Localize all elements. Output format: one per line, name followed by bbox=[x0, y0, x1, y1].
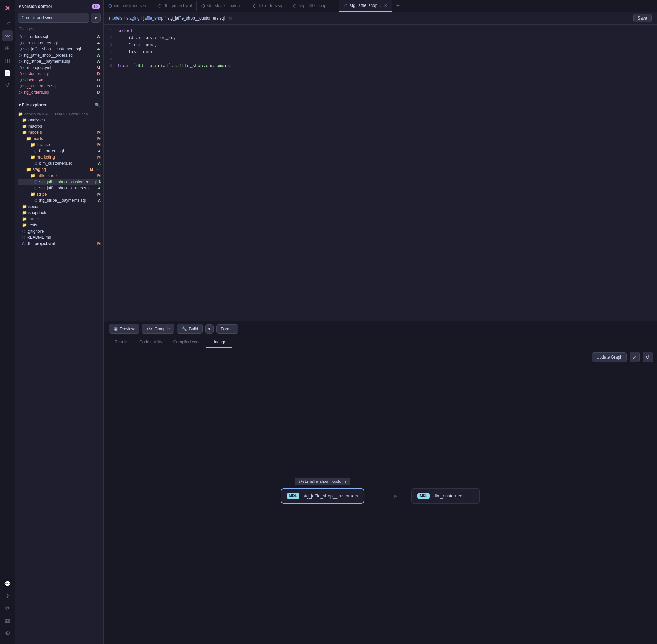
tab-dim-customers[interactable]: ⬡ dim_customers.sql bbox=[104, 1, 153, 11]
folder-icon: 📁 bbox=[26, 136, 31, 141]
tree-item-marts[interactable]: 📁 marts M bbox=[18, 136, 101, 142]
breadcrumb-staging[interactable]: staging bbox=[126, 16, 140, 21]
format-button[interactable]: Format bbox=[216, 324, 238, 334]
tab-fct-orders[interactable]: ⬡ fct_orders.sql bbox=[248, 1, 288, 11]
docs-icon[interactable]: 📄 bbox=[2, 67, 13, 78]
code-icon[interactable]: </> bbox=[2, 30, 13, 41]
tab-compiled-code[interactable]: Compiled code bbox=[168, 337, 206, 348]
line-number: 2 bbox=[104, 35, 117, 42]
tab-stg-jaffle-1[interactable]: ⬡ stg_jaffle_shop__... bbox=[288, 1, 339, 11]
tree-item-finance[interactable]: 📁 finance M bbox=[18, 142, 101, 148]
filename: dim_customers.sql bbox=[23, 40, 96, 45]
refresh-graph-button[interactable]: ↺ bbox=[643, 352, 653, 362]
tab-code-quality[interactable]: Code quality bbox=[134, 337, 168, 348]
breadcrumb-models[interactable]: models bbox=[109, 16, 123, 21]
change-item-stg-orders[interactable]: ⬡ stg_orders.sql D bbox=[18, 89, 101, 95]
changes-label: Changes bbox=[18, 25, 101, 32]
change-item-customers[interactable]: ⬡ customers.sql D bbox=[18, 71, 101, 77]
code-view[interactable]: 1 select 2 id as customer_id, 3 first_na… bbox=[104, 25, 657, 321]
file-icon: ⬡ bbox=[34, 180, 38, 184]
tree-item-stripe[interactable]: 📁 stripe M bbox=[18, 191, 101, 197]
change-item-schema[interactable]: ⬡ schema.yml D bbox=[18, 77, 101, 83]
tree-item-tests[interactable]: 📁 tests bbox=[18, 222, 101, 228]
search-icon[interactable]: 🔍 bbox=[95, 103, 100, 107]
logo-icon[interactable]: ✕ bbox=[2, 3, 13, 14]
table-icon[interactable]: ▦ bbox=[2, 615, 13, 626]
breadcrumb-jaffle-shop[interactable]: jaffle_shop bbox=[143, 16, 163, 21]
tree-item-label: macros bbox=[28, 124, 101, 129]
update-graph-button[interactable]: Update Graph bbox=[592, 352, 627, 362]
tab-file-icon: ⬡ bbox=[253, 4, 256, 8]
breadcrumb-settings-icon[interactable]: ⚙ bbox=[229, 16, 233, 21]
tab-close-button[interactable]: × bbox=[384, 3, 387, 8]
version-control-header[interactable]: ▾ Version control 10 bbox=[18, 3, 101, 10]
change-status: D bbox=[97, 72, 100, 76]
build-button[interactable]: 🔧 Build bbox=[177, 324, 203, 334]
tree-item-snapshots[interactable]: 📁 snapshots bbox=[18, 210, 101, 216]
tree-item-jaffle-shop[interactable]: 📁 jaffle_shop M bbox=[18, 173, 101, 179]
tab-stg-stripe[interactable]: ⬡ stg_stripe__paym... bbox=[197, 1, 248, 11]
chat-icon[interactable]: 💬 bbox=[2, 578, 13, 589]
tree-item-marketing[interactable]: 📁 marketing M bbox=[18, 154, 101, 160]
tree-item-stg-jaffle-customers[interactable]: ⬡ stg_jaffle_shop__customers.sql A bbox=[18, 179, 101, 185]
commit-dropdown-button[interactable]: ▾ bbox=[91, 13, 101, 23]
expand-icon-button[interactable]: ⤢ bbox=[630, 352, 640, 362]
tree-item-analyses[interactable]: 📁 analyses bbox=[18, 117, 101, 123]
tree-item-macros[interactable]: 📁 macros bbox=[18, 123, 101, 129]
tree-item-dbt-project-yml[interactable]: ⬡ dbt_project.yml M bbox=[18, 241, 101, 247]
line-content: id as customer_id, bbox=[117, 35, 176, 42]
lineage-arrow bbox=[378, 494, 397, 499]
tree-item-gitignore[interactable]: ⬡ .gitignore bbox=[18, 228, 101, 234]
change-item-stg-stripe[interactable]: ⬡ stg_stripe__payments.sql A bbox=[18, 58, 101, 65]
tree-item-stg-jaffle-orders[interactable]: ⬡ stg_jaffle_shop__orders.sql A bbox=[18, 185, 101, 191]
change-status: A bbox=[97, 35, 100, 39]
tree-item-target[interactable]: 📁 target bbox=[18, 216, 101, 222]
file-icon: ⬡ bbox=[19, 84, 22, 89]
tree-item-fct-orders[interactable]: ⬡ fct_orders.sql A bbox=[18, 148, 101, 154]
tab-results[interactable]: Results bbox=[109, 337, 134, 348]
file-explorer-header[interactable]: ▾ File explorer 🔍 bbox=[18, 101, 101, 109]
build-dropdown-button[interactable]: ▾ bbox=[205, 324, 214, 334]
tree-item-stg-stripe[interactable]: ⬡ stg_stripe__payments.sql A bbox=[18, 197, 101, 203]
change-item-fct-orders[interactable]: ⬡ fct_orders.sql A bbox=[18, 34, 101, 40]
change-item-stg-customers[interactable]: ⬡ stg_customers.sql D bbox=[18, 83, 101, 89]
preview-button[interactable]: ▦ Preview bbox=[109, 324, 139, 334]
code-line-5: 5 bbox=[104, 56, 657, 62]
line-number: 4 bbox=[104, 49, 117, 56]
tree-item-dim-customers[interactable]: ⬡ dim_customers.sql A bbox=[18, 160, 101, 166]
grid-icon[interactable]: ⊞ bbox=[2, 43, 13, 54]
lineage-node-stg-jaffle[interactable]: 2+stg_jaffle_shop__custome MDL stg_jaffl… bbox=[281, 488, 365, 504]
tree-item-staging[interactable]: 📁 staging M ··· bbox=[18, 166, 101, 173]
lineage-node-dim-customers[interactable]: MDL dim_customers bbox=[411, 488, 480, 504]
commit-sync-button[interactable]: Commit and sync bbox=[18, 13, 89, 23]
folder-icon: 📁 bbox=[30, 192, 35, 197]
tree-item-models[interactable]: 📁 models M bbox=[18, 129, 101, 136]
ellipsis-button[interactable]: ··· bbox=[94, 167, 101, 172]
tree-item-label: seeds bbox=[28, 204, 101, 209]
tab-add-button[interactable]: + bbox=[392, 0, 404, 12]
change-item-dbt-project[interactable]: ⬡ dbt_project.yml M bbox=[18, 65, 101, 71]
tab-label: stg_jaffle_shop... bbox=[350, 3, 381, 8]
change-item-stg-jaffle-customers[interactable]: ⬡ stg_jaffle_shop__customers.sql A bbox=[18, 46, 101, 52]
change-item-dim-customers[interactable]: ⬡ dim_customers.sql A bbox=[18, 40, 101, 46]
folder-icon: 📁 bbox=[30, 173, 35, 178]
monitor-icon[interactable]: ⧉ bbox=[2, 603, 13, 614]
line-content: last_name bbox=[117, 49, 152, 56]
layers-icon[interactable]: ◫ bbox=[2, 55, 13, 66]
change-item-stg-jaffle-orders[interactable]: ⬡ stg_jaffle_shop__orders.sql A bbox=[18, 52, 101, 58]
help-icon[interactable]: ? bbox=[2, 590, 13, 601]
code-line-1: 1 select bbox=[104, 27, 657, 35]
keyword: select bbox=[117, 28, 134, 33]
refresh-icon[interactable]: ↺ bbox=[2, 80, 13, 91]
git-icon[interactable]: ⎇ bbox=[2, 18, 13, 29]
tree-root[interactable]: 📁 dbt-cloud-70403103947801-dbt-funda... bbox=[18, 111, 101, 117]
save-button[interactable]: Save bbox=[633, 14, 652, 22]
tree-item-seeds[interactable]: 📁 seeds bbox=[18, 203, 101, 210]
file-icon: ⬡ bbox=[22, 242, 25, 246]
compile-button[interactable]: </> Compile bbox=[142, 324, 174, 334]
tab-lineage[interactable]: Lineage bbox=[206, 337, 232, 348]
tree-item-readme[interactable]: ⬡ README.md bbox=[18, 234, 101, 241]
settings-icon[interactable]: ⚙ bbox=[2, 628, 13, 639]
tab-stg-jaffle-active[interactable]: ⬡ stg_jaffle_shop... × bbox=[339, 0, 392, 12]
tab-dbt-project[interactable]: ⬡ dbt_project.yml bbox=[153, 1, 197, 11]
